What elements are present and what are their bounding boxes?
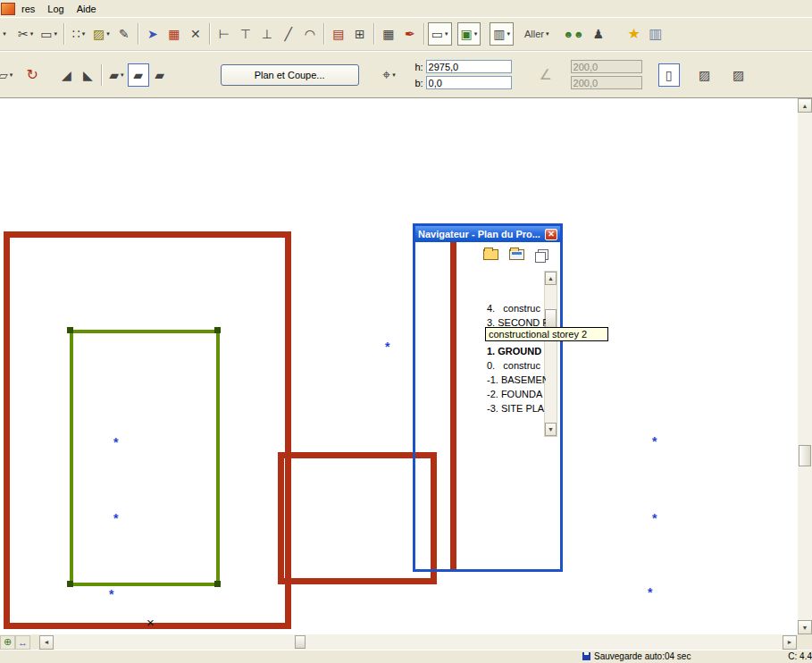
arrow-pickup-icon: ➤ xyxy=(147,28,158,40)
storey-item-4[interactable]: 4. construc xyxy=(487,301,546,315)
hatch-orientation2-button[interactable]: ▨ xyxy=(728,63,749,87)
plan-et-coupe-button[interactable]: Plan et Coupe... xyxy=(221,64,359,86)
wall-side-icon: ▰ xyxy=(155,69,164,81)
zone-tool-button[interactable]: ▤ xyxy=(328,22,349,46)
toolbar-separator xyxy=(373,23,375,45)
scroll-gap xyxy=(30,634,39,650)
pen-tool-button[interactable]: ✎ xyxy=(113,22,135,46)
plan-view-button[interactable]: ▭▾ xyxy=(428,22,452,46)
walkthrough-button[interactable]: ♟ xyxy=(588,22,609,46)
wall-method-button[interactable]: ▰▾ xyxy=(105,63,127,87)
rotate-tool-button[interactable]: ↻ xyxy=(21,63,43,87)
view-3d-button[interactable]: ▣▾ xyxy=(457,22,481,46)
scrollbar-thumb[interactable] xyxy=(799,445,811,466)
close-button[interactable]: ✕ xyxy=(545,229,557,240)
navigator-scrollbar[interactable]: ▲ ▼ xyxy=(544,271,557,437)
paint-tool-button[interactable]: ✒ xyxy=(399,22,421,46)
cut-tool-button[interactable]: ✂▾ xyxy=(14,22,37,46)
storey-item-0[interactable]: 0. construc xyxy=(487,358,546,373)
level-dimension-tool-button[interactable]: ⊤ xyxy=(235,22,256,46)
roof-slope2-tool-button[interactable]: ◣ xyxy=(77,63,98,87)
wall-reference-button[interactable]: ▰ xyxy=(128,63,149,87)
navigator-title-bar[interactable]: Navigateur - Plan du Pro... ✕ xyxy=(415,226,560,242)
storey-item-minus2[interactable]: -2. FOUNDA xyxy=(487,387,546,401)
scrollbar-thumb[interactable] xyxy=(295,635,306,649)
column-reference-button[interactable]: ▯ xyxy=(658,63,680,87)
zoom-button[interactable]: ⊕ xyxy=(0,635,15,650)
scroll-up-button[interactable]: ▲ xyxy=(798,98,812,113)
teamwork-button[interactable]: ☻☻ xyxy=(560,22,588,46)
thickness-group xyxy=(571,60,642,89)
project-map-icon[interactable] xyxy=(483,249,498,260)
toolbar-geometry: ▱▾ ↻ ◢ ◣ ▰▾ ▰ ▰ Plan et Coupe... ⌖▾ h: b… xyxy=(0,51,812,98)
zoom-icon: ⊕ xyxy=(4,636,12,648)
fill-tool-button[interactable]: ▨▾ xyxy=(89,22,113,46)
arc-tool-button[interactable]: ◠ xyxy=(299,22,321,46)
angle-constraint-button[interactable]: ∠ xyxy=(535,63,557,87)
toolbar-standard: ▾ ✂▾ ▭▾ ∷▾ ▨▾ ✎ ➤ ▦ ✕ ⊢ ⊤ ⊥ ╱ ◠ ▤ ⊞ ▦ ✒ … xyxy=(0,17,812,51)
chevron-down-icon: ▾ xyxy=(121,71,124,79)
horizontal-scrollbar[interactable] xyxy=(54,635,783,650)
scroll-up-button[interactable]: ▲ xyxy=(545,272,557,285)
polyline-rectangle-green[interactable] xyxy=(70,330,220,586)
vertex-handle[interactable] xyxy=(67,581,73,587)
dimension-tool-button[interactable]: ⊢ xyxy=(213,22,235,46)
angle-dimension-tool-button[interactable]: ⊥ xyxy=(256,22,278,46)
pan-button[interactable]: ↔ xyxy=(15,635,30,650)
view-map-icon[interactable] xyxy=(509,249,524,260)
chevron-down-icon: ▾ xyxy=(3,30,6,38)
section-view-button[interactable]: ▥▾ xyxy=(490,22,514,46)
chevron-down-icon: ▾ xyxy=(82,30,86,38)
scroll-down-button[interactable]: ▼ xyxy=(545,423,557,436)
vertex-handle[interactable] xyxy=(67,327,73,333)
teamwork-people-icon: ☻☻ xyxy=(564,29,584,39)
vertex-handle[interactable] xyxy=(214,327,221,333)
hotspot-marker[interactable]: * xyxy=(113,439,118,446)
trim-tool-button[interactable]: ▭▾ xyxy=(37,22,61,46)
layout-book-icon[interactable] xyxy=(535,249,548,261)
thickness-input-1 xyxy=(571,60,642,73)
chevron-down-icon: ▾ xyxy=(445,30,448,38)
hotspot-marker[interactable]: * xyxy=(648,589,652,596)
line-icon: ╱ xyxy=(285,28,292,40)
menu-item-aide[interactable]: Aide xyxy=(71,2,103,16)
menu-item-res[interactable]: res xyxy=(15,2,41,16)
storey-item-minus1[interactable]: -1. BASEMEN xyxy=(487,373,546,387)
hotspot-marker[interactable]: * xyxy=(385,343,389,350)
roof-slope-tool-button[interactable]: ◢ xyxy=(55,63,77,87)
overflow-tool-button[interactable]: ▾ xyxy=(0,22,14,46)
vertical-scrollbar[interactable]: ▲ ▼ xyxy=(798,98,812,634)
schedule-icon: ▦ xyxy=(168,28,180,40)
scroll-right-button[interactable]: ► xyxy=(783,635,797,650)
hotspot-marker[interactable]: * xyxy=(652,438,657,445)
snap-grid-tool-button[interactable]: ∷▾ xyxy=(68,22,89,46)
help-library-button[interactable]: ▥ xyxy=(645,22,666,46)
storey-item-1-current[interactable]: 1. GROUND xyxy=(487,344,546,358)
arrow-down-icon: ▼ xyxy=(802,625,808,631)
wall-side-button[interactable]: ▰ xyxy=(149,63,171,87)
mesh-tool-button[interactable]: ⊞ xyxy=(349,22,371,46)
schedule-tool-button[interactable]: ▦ xyxy=(163,22,185,46)
hatch-orientation-button[interactable]: ▨ xyxy=(694,63,716,87)
ruler-tool-button[interactable]: ▱▾ xyxy=(0,63,16,87)
aller-button[interactable]: Aller▾ xyxy=(521,22,553,46)
menu-item-log[interactable]: Log xyxy=(41,2,70,16)
base-input[interactable] xyxy=(426,76,512,89)
scroll-down-button[interactable]: ▼ xyxy=(798,620,812,634)
height-input[interactable] xyxy=(426,60,512,73)
hotspot-marker[interactable]: * xyxy=(113,515,118,522)
vertex-handle[interactable] xyxy=(214,581,221,587)
pickup-parameters-button[interactable]: ➤ xyxy=(142,22,163,46)
hotspot-marker[interactable]: * xyxy=(109,591,113,598)
floor-plan-canvas[interactable]: * * * * * * * × Navigateur - Plan du Pro… xyxy=(0,98,798,634)
toolbar-separator xyxy=(209,23,211,45)
scroll-left-button[interactable]: ◄ xyxy=(39,635,54,650)
favorites-button[interactable]: ★ xyxy=(624,22,645,46)
x-node-marker[interactable]: × xyxy=(146,618,155,627)
delete-tool-button[interactable]: ✕ xyxy=(185,22,206,46)
hotspot-marker[interactable]: * xyxy=(652,515,657,522)
grid-tool-button[interactable]: ▦ xyxy=(378,22,399,46)
origin-button[interactable]: ⌖▾ xyxy=(379,63,400,87)
storey-item-minus3[interactable]: -3. SITE PLA xyxy=(487,401,546,415)
line-tool-button[interactable]: ╱ xyxy=(278,22,299,46)
